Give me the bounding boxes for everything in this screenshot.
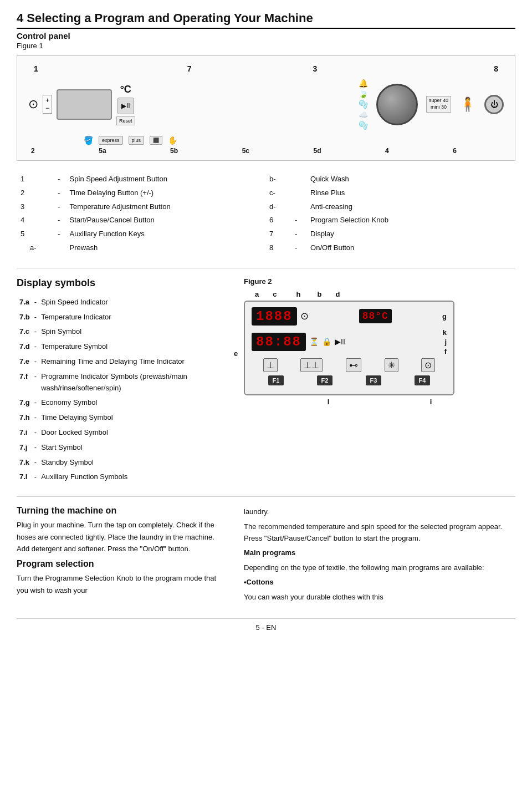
page-title: 4 Selecting a Program and Operating Your… — [17, 11, 515, 29]
ds-item-7e: 7.e - Remaining Time and Delaying Time I… — [18, 355, 226, 369]
fn-button-f4[interactable]: F4 — [415, 375, 431, 385]
legend-left-col: 1 - Spin Speed Adjustment Button 2 - Tim… — [18, 172, 265, 256]
legend-item-b: b- Quick Wash — [268, 173, 513, 186]
cp-top-numbers: 1 7 3 8 — [28, 64, 504, 73]
footer-text: 5 - EN — [256, 623, 277, 632]
row2-left: 88:88 ⏳ 🔒 ▶II — [252, 333, 345, 351]
fig2-row3: ⊥ ⊥⊥ ⊷ ✳ ⊙ — [252, 358, 447, 372]
display-symbols-left: Display symbols 7.a - Spin Speed Indicat… — [17, 277, 227, 485]
figure1-label: Figure 1 — [17, 42, 515, 50]
temp-symbol: °C — [120, 84, 131, 95]
clock-icon: ⊙ — [28, 97, 38, 111]
label-a: a — [255, 290, 259, 298]
turning-on-para: Plug in your machine. Turn the tap on co… — [17, 519, 227, 555]
seg-display-1888: 1888 — [252, 307, 297, 326]
program-icons-col: 🔔 🍃 🫧 ☁️ 🫧 — [359, 79, 368, 130]
cp-bottom-labels: 2 5a 5b 5c 5d 4 6 — [28, 145, 504, 155]
hourglass-icon: ⏳ — [309, 337, 319, 346]
temp-display: 88°C — [359, 309, 392, 323]
wash-icon-5: 🫧 — [359, 121, 368, 130]
cp-num-3: 3 — [313, 64, 317, 73]
label-k: k — [443, 328, 447, 337]
func-sym-2: ⊥⊥ — [300, 358, 323, 372]
laundry-para: laundry. — [244, 506, 515, 517]
play-pause-button[interactable]: ▶II — [117, 98, 134, 114]
label-h: h — [296, 290, 300, 298]
ds-item-7k: 7.k - Standby Symbol — [18, 456, 226, 470]
turning-on-text: Plug in your machine. Turn the tap on co… — [17, 519, 227, 555]
seg-display-time: 88:88 — [252, 333, 306, 351]
cp-num-8: 8 — [494, 64, 498, 73]
cp-left-area: ⊙ + − — [28, 95, 52, 114]
ds-item-7f: 7.f - Programme Indicator Symbols (prewa… — [18, 370, 226, 395]
fig2-right-labels: k j f — [443, 328, 447, 355]
super-mini-display: super 40 mini 30 — [426, 96, 451, 112]
on-off-button[interactable]: ⏻ — [484, 95, 504, 114]
legend-item-6: 6 - Program Selection Knob — [268, 214, 513, 227]
ds-item-7d: 7.d - Temperature Symbol — [18, 340, 226, 354]
right-labels-g: g — [442, 312, 447, 321]
func-sym-4: ✳ — [385, 358, 398, 372]
display-screen — [57, 89, 112, 120]
legend-item-d: d- Anti-creasing — [268, 201, 513, 214]
label-l: l — [328, 398, 330, 406]
aux-keys-area: 🪣 express plus ⬛ ✋ — [28, 136, 504, 145]
lock-icon: 🔒 — [322, 337, 331, 346]
func-sym-5: ⊙ — [421, 358, 435, 372]
legend-item-a: a- Prewash — [19, 242, 264, 255]
cottons-title: •Cottons — [244, 576, 515, 588]
cp-num-1: 1 — [34, 64, 38, 73]
label-6: 6 — [453, 147, 457, 155]
fig2-row4: F1 F2 F3 F4 — [252, 375, 447, 385]
bottom-section: Turning the machine on Plug in your mach… — [17, 506, 515, 607]
legend-item-1: 1 - Spin Speed Adjustment Button — [19, 173, 264, 186]
label-e-left: e — [234, 349, 238, 357]
wash-icon-4: ☁️ — [359, 110, 368, 119]
wash-icon-1: 🔔 — [359, 79, 368, 88]
aux-key-express[interactable]: express — [99, 136, 123, 145]
program-selection-title: Program selection — [17, 559, 227, 569]
label-c: c — [273, 290, 277, 298]
cp-diagram: ⊙ + − °C ▶II Reset 🔔 🍃 🫧 ☁️ 🫧 — [28, 76, 504, 133]
play-pause-icon: ▶II — [121, 102, 130, 110]
label-g: g — [442, 312, 447, 321]
label-5c: 5c — [242, 147, 249, 155]
fn-button-f3[interactable]: F3 — [366, 375, 382, 385]
play-pause-icon2: ▶II — [335, 337, 345, 346]
label-f: f — [444, 347, 447, 355]
cp-right-area: 🔔 🍃 🫧 ☁️ 🫧 super 40 mini 30 🧍 ⏻ — [359, 79, 504, 130]
program-knob[interactable] — [376, 84, 418, 125]
recommended-para: The recommended temperature and spin spe… — [244, 521, 515, 545]
ds-item-7l: 7.l - Auxiliary Function Symbols — [18, 470, 226, 484]
plus-minus-box: + − — [43, 95, 52, 114]
label-5b: 5b — [170, 147, 178, 155]
fig2-top-labels: a c h b d — [244, 290, 515, 298]
fn-button-f1[interactable]: F1 — [268, 375, 284, 385]
plus-sign: + — [45, 96, 49, 104]
aux-key-plus[interactable]: plus — [129, 136, 145, 145]
aux-key-extra[interactable]: ⬛ — [150, 136, 162, 145]
label-d: d — [335, 290, 340, 298]
ds-item-7i: 7.i - Door Locked Symbol — [18, 426, 226, 440]
turning-on-title: Turning the machine on — [17, 506, 227, 516]
hand-icon: ✋ — [168, 136, 177, 145]
super-label: super 40 — [429, 98, 448, 104]
reset-button[interactable]: Reset — [116, 116, 135, 125]
fig2-row1: 1888 ⊙ 88°C g — [252, 307, 447, 326]
label-2: 2 — [31, 147, 35, 155]
row1-left: 1888 ⊙ — [252, 307, 309, 326]
cp-num-7: 7 — [187, 64, 192, 73]
fn-button-f2[interactable]: F2 — [317, 375, 333, 385]
dial-icon: ⊙ — [300, 310, 309, 322]
display-symbols-title: Display symbols — [17, 277, 227, 289]
minus-sign: − — [45, 104, 49, 112]
tub-icon: 🪣 — [84, 136, 93, 145]
legend-right-col: b- Quick Wash c- Rinse Plus d- Anti-crea… — [267, 172, 514, 256]
wash-icon-2: 🍃 — [359, 89, 368, 98]
person-icon: 🧍 — [459, 96, 476, 112]
display-symbols-right: Figure 2 a c h b d e 1888 ⊙ 88°C — [244, 277, 515, 485]
seg-display-temp: 88°C — [359, 309, 392, 323]
figure2-container: e 1888 ⊙ 88°C g — [244, 301, 515, 406]
label-i: i — [430, 398, 432, 406]
func-sym-1: ⊥ — [263, 358, 278, 372]
